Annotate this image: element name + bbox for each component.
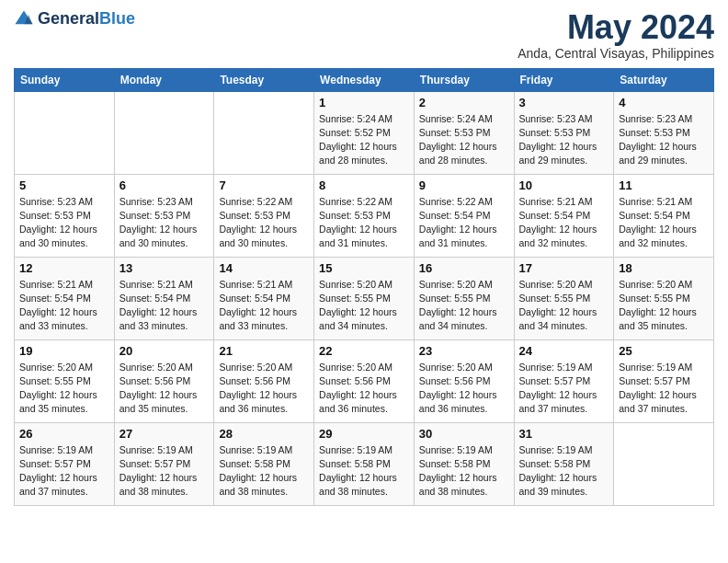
calendar-cell: 1Sunrise: 5:24 AM Sunset: 5:52 PM Daylig… — [314, 91, 415, 174]
day-info: Sunrise: 5:19 AM Sunset: 5:58 PM Dayligh… — [319, 443, 409, 500]
day-info: Sunrise: 5:19 AM Sunset: 5:58 PM Dayligh… — [519, 443, 609, 500]
day-info: Sunrise: 5:19 AM Sunset: 5:57 PM Dayligh… — [19, 443, 109, 500]
calendar-cell — [114, 91, 214, 174]
day-info: Sunrise: 5:19 AM Sunset: 5:58 PM Dayligh… — [419, 443, 509, 500]
calendar-cell: 12Sunrise: 5:21 AM Sunset: 5:54 PM Dayli… — [15, 257, 115, 339]
day-number: 29 — [319, 427, 409, 441]
calendar-cell: 25Sunrise: 5:19 AM Sunset: 5:57 PM Dayli… — [614, 339, 714, 422]
day-info: Sunrise: 5:20 AM Sunset: 5:56 PM Dayligh… — [219, 361, 309, 417]
day-number: 13 — [119, 261, 210, 275]
calendar-header-row: SundayMondayTuesdayWednesdayThursdayFrid… — [15, 68, 714, 91]
day-info: Sunrise: 5:21 AM Sunset: 5:54 PM Dayligh… — [119, 278, 210, 334]
calendar-cell: 21Sunrise: 5:20 AM Sunset: 5:56 PM Dayli… — [214, 339, 314, 422]
day-info: Sunrise: 5:20 AM Sunset: 5:55 PM Dayligh… — [19, 361, 109, 417]
day-number: 15 — [319, 261, 409, 275]
day-info: Sunrise: 5:23 AM Sunset: 5:53 PM Dayligh… — [119, 195, 210, 251]
day-info: Sunrise: 5:20 AM Sunset: 5:55 PM Dayligh… — [619, 278, 709, 334]
calendar-cell — [614, 422, 714, 505]
week-row-1: 1Sunrise: 5:24 AM Sunset: 5:52 PM Daylig… — [15, 91, 714, 174]
day-number: 3 — [519, 96, 609, 109]
day-info: Sunrise: 5:20 AM Sunset: 5:55 PM Dayligh… — [519, 278, 609, 334]
day-info: Sunrise: 5:19 AM Sunset: 5:57 PM Dayligh… — [119, 443, 210, 500]
day-number: 2 — [419, 96, 509, 109]
day-number: 4 — [619, 96, 709, 109]
day-info: Sunrise: 5:21 AM Sunset: 5:54 PM Dayligh… — [519, 195, 609, 251]
day-number: 25 — [619, 344, 709, 358]
col-header-tuesday: Tuesday — [214, 68, 314, 91]
day-info: Sunrise: 5:20 AM Sunset: 5:56 PM Dayligh… — [319, 361, 409, 417]
calendar-table: SundayMondayTuesdayWednesdayThursdayFrid… — [14, 68, 714, 506]
col-header-thursday: Thursday — [414, 68, 514, 91]
day-number: 23 — [419, 344, 509, 358]
day-number: 22 — [319, 344, 409, 358]
day-info: Sunrise: 5:19 AM Sunset: 5:58 PM Dayligh… — [219, 443, 309, 500]
day-info: Sunrise: 5:22 AM Sunset: 5:53 PM Dayligh… — [219, 195, 309, 251]
day-info: Sunrise: 5:23 AM Sunset: 5:53 PM Dayligh… — [619, 112, 709, 168]
day-number: 1 — [319, 96, 409, 109]
day-info: Sunrise: 5:21 AM Sunset: 5:54 PM Dayligh… — [19, 278, 109, 334]
day-info: Sunrise: 5:20 AM Sunset: 5:56 PM Dayligh… — [419, 361, 509, 417]
calendar-cell: 16Sunrise: 5:20 AM Sunset: 5:55 PM Dayli… — [414, 257, 514, 339]
calendar-cell: 7Sunrise: 5:22 AM Sunset: 5:53 PM Daylig… — [214, 174, 314, 257]
week-row-5: 26Sunrise: 5:19 AM Sunset: 5:57 PM Dayli… — [15, 422, 714, 505]
day-number: 8 — [319, 178, 409, 192]
week-row-2: 5Sunrise: 5:23 AM Sunset: 5:53 PM Daylig… — [15, 174, 714, 257]
title-block: May 2024 Anda, Central Visayas, Philippi… — [518, 9, 714, 61]
calendar-cell: 23Sunrise: 5:20 AM Sunset: 5:56 PM Dayli… — [414, 339, 514, 422]
day-number: 9 — [419, 178, 509, 192]
calendar-cell: 8Sunrise: 5:22 AM Sunset: 5:53 PM Daylig… — [314, 174, 415, 257]
day-number: 5 — [19, 178, 109, 192]
col-header-friday: Friday — [514, 68, 614, 91]
day-info: Sunrise: 5:20 AM Sunset: 5:56 PM Dayligh… — [119, 361, 210, 417]
calendar-cell: 15Sunrise: 5:20 AM Sunset: 5:55 PM Dayli… — [314, 257, 415, 339]
day-info: Sunrise: 5:22 AM Sunset: 5:53 PM Dayligh… — [319, 195, 409, 251]
calendar-cell — [214, 91, 314, 174]
day-number: 12 — [19, 261, 109, 275]
day-info: Sunrise: 5:21 AM Sunset: 5:54 PM Dayligh… — [219, 278, 309, 334]
day-number: 11 — [619, 178, 709, 192]
day-number: 18 — [619, 261, 709, 275]
calendar-cell: 13Sunrise: 5:21 AM Sunset: 5:54 PM Dayli… — [114, 257, 214, 339]
calendar-cell: 4Sunrise: 5:23 AM Sunset: 5:53 PM Daylig… — [614, 91, 714, 174]
day-number: 24 — [519, 344, 609, 358]
day-info: Sunrise: 5:23 AM Sunset: 5:53 PM Dayligh… — [19, 195, 109, 251]
day-info: Sunrise: 5:20 AM Sunset: 5:55 PM Dayligh… — [419, 278, 509, 334]
calendar-cell: 30Sunrise: 5:19 AM Sunset: 5:58 PM Dayli… — [414, 422, 514, 505]
col-header-sunday: Sunday — [15, 68, 115, 91]
day-info: Sunrise: 5:20 AM Sunset: 5:55 PM Dayligh… — [319, 278, 409, 334]
day-info: Sunrise: 5:21 AM Sunset: 5:54 PM Dayligh… — [619, 195, 709, 251]
page-header: GeneralBlue May 2024 Anda, Central Visay… — [14, 9, 714, 61]
col-header-saturday: Saturday — [614, 68, 714, 91]
calendar-cell: 26Sunrise: 5:19 AM Sunset: 5:57 PM Dayli… — [15, 422, 115, 505]
calendar-cell: 22Sunrise: 5:20 AM Sunset: 5:56 PM Dayli… — [314, 339, 415, 422]
logo: GeneralBlue — [14, 9, 135, 29]
calendar-cell: 24Sunrise: 5:19 AM Sunset: 5:57 PM Dayli… — [514, 339, 614, 422]
calendar-cell: 6Sunrise: 5:23 AM Sunset: 5:53 PM Daylig… — [114, 174, 214, 257]
calendar-cell: 17Sunrise: 5:20 AM Sunset: 5:55 PM Dayli… — [514, 257, 614, 339]
calendar-cell: 11Sunrise: 5:21 AM Sunset: 5:54 PM Dayli… — [614, 174, 714, 257]
week-row-3: 12Sunrise: 5:21 AM Sunset: 5:54 PM Dayli… — [15, 257, 714, 339]
day-number: 28 — [219, 427, 309, 441]
day-info: Sunrise: 5:24 AM Sunset: 5:52 PM Dayligh… — [319, 112, 409, 168]
day-number: 7 — [219, 178, 309, 192]
day-number: 30 — [419, 427, 509, 441]
calendar-cell: 5Sunrise: 5:23 AM Sunset: 5:53 PM Daylig… — [15, 174, 115, 257]
calendar-cell: 3Sunrise: 5:23 AM Sunset: 5:53 PM Daylig… — [514, 91, 614, 174]
calendar-cell: 18Sunrise: 5:20 AM Sunset: 5:55 PM Dayli… — [614, 257, 714, 339]
day-number: 31 — [519, 427, 609, 441]
day-info: Sunrise: 5:19 AM Sunset: 5:57 PM Dayligh… — [619, 361, 709, 417]
day-info: Sunrise: 5:22 AM Sunset: 5:54 PM Dayligh… — [419, 195, 509, 251]
calendar-cell: 19Sunrise: 5:20 AM Sunset: 5:55 PM Dayli… — [15, 339, 115, 422]
col-header-monday: Monday — [114, 68, 214, 91]
day-number: 17 — [519, 261, 609, 275]
calendar-cell: 10Sunrise: 5:21 AM Sunset: 5:54 PM Dayli… — [514, 174, 614, 257]
day-number: 6 — [119, 178, 210, 192]
day-info: Sunrise: 5:24 AM Sunset: 5:53 PM Dayligh… — [419, 112, 509, 168]
calendar-cell: 31Sunrise: 5:19 AM Sunset: 5:58 PM Dayli… — [514, 422, 614, 505]
col-header-wednesday: Wednesday — [314, 68, 415, 91]
calendar-cell: 27Sunrise: 5:19 AM Sunset: 5:57 PM Dayli… — [114, 422, 214, 505]
month-title: May 2024 — [518, 9, 714, 46]
calendar-cell: 2Sunrise: 5:24 AM Sunset: 5:53 PM Daylig… — [414, 91, 514, 174]
day-number: 21 — [219, 344, 309, 358]
calendar-cell: 14Sunrise: 5:21 AM Sunset: 5:54 PM Dayli… — [214, 257, 314, 339]
